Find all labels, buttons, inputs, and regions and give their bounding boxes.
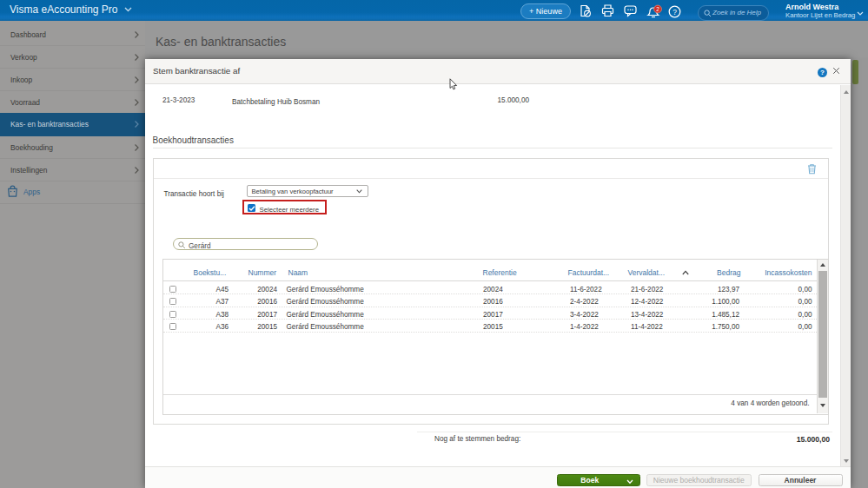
- svg-text:2: 2: [656, 6, 659, 12]
- svg-text:?: ?: [673, 7, 677, 16]
